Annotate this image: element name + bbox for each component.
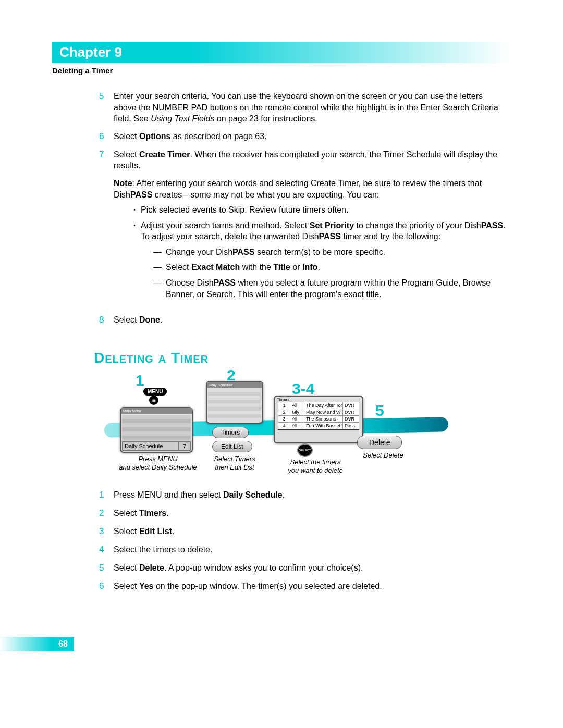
del-step-6: 6 Select Yes on the pop-up window. The t… [99,581,506,593]
del-step-3: 3 Select Edit List. [99,526,506,538]
step-number: 6 [99,131,114,143]
del-step-2: 2 Select Timers. [99,508,506,520]
bullet-item: • Pick selected events to Skip. Review f… [128,204,506,216]
chapter-header: Chapter 9 [52,42,511,63]
menu-button-label: MENU [143,388,167,396]
section-heading: Deleting a Timer [94,350,511,366]
callout-3-4: 3-4 [292,380,314,398]
table-row: 3AllThe SimpsonsDVR [278,416,359,423]
bullet-icon: • [128,204,141,216]
callout-5: 5 [375,402,384,419]
callout-1: 1 [136,372,144,389]
select-button-icon: SELECT [297,443,313,457]
step-text: Select Options as described on page 63. [114,131,506,143]
step-8: 8 Select Done. [99,314,506,326]
section-subtitle: Deleting a Timer [52,66,511,75]
step-7: 7 Select Create Timer. When the receiver… [99,149,506,171]
table-row: 4AllFun With Basset WeavingPass [278,423,359,429]
del-step-5: 5 Select Delete. A pop-up window asks yo… [99,562,506,574]
table-row: 2MlyPlay Now and Win...DVR [278,409,359,416]
delete-button: Delete [357,434,402,449]
steps-continued: 5 Enter your search criteria. You can us… [99,91,506,326]
sub-bullet: — Change your DishPASS search term(s) to… [153,246,506,258]
callout-2: 2 [227,366,236,384]
step-6: 6 Select Options as described on page 63… [99,131,506,143]
caption-2: Select Timers then Edit List [206,455,263,471]
sub-bullet: — Select Exact Match with the Title or I… [153,262,506,273]
step-text: Enter your search criteria. You can use … [114,91,506,125]
sub-bullet: — Choose DishPASS when you select a futu… [153,277,506,300]
daily-schedule-label: Daily Schedule [122,441,178,451]
page-number: 68 [0,637,74,651]
bullet-icon: • [128,220,141,304]
main-menu-screen: Main Menu Daily Schedule 7 [120,407,193,453]
menu-icon: ≡ [149,396,158,405]
step-text: Select Create Timer. When the receiver h… [114,149,506,171]
timers-button: Timers [212,425,249,438]
timers-table: 1AllThe Day After TomorrowDVR 2MlyPlay N… [278,402,359,430]
chapter-title: Chapter 9 [59,44,122,60]
deleting-steps: 1 Press MENU and then select Daily Sched… [99,489,506,593]
table-row: 1AllThe Day After TomorrowDVR [278,402,359,409]
del-step-4: 4 Select the timers to delete. [99,544,506,556]
bullet-item: • Adjust your search terms and method. S… [128,220,506,304]
timers-list-screen: Timers 1AllThe Day After TomorrowDVR 2Ml… [274,396,363,443]
daily-schedule-num: 7 [178,441,191,451]
del-step-1: 1 Press MENU and then select Daily Sched… [99,489,506,501]
deleting-timer-diagram: 1 2 3-4 5 MENU ≡ Main Menu Daily Schedul… [104,371,506,480]
edit-list-button: Edit List [212,439,252,452]
daily-schedule-screen: Daily Schedule [206,381,263,424]
step-5: 5 Enter your search criteria. You can us… [99,91,506,125]
caption-1: Press MENU and select Daily Schedule [114,455,202,471]
step-number: 5 [99,91,114,125]
note-block: Note: After entering your search words a… [99,178,506,308]
caption-5: Select Delete [360,451,407,460]
step-number: 8 [99,314,114,326]
step-number: 7 [99,149,114,171]
step-text: Select Done. [114,314,506,326]
caption-3-4: Select the timers you want to delete [271,458,360,474]
